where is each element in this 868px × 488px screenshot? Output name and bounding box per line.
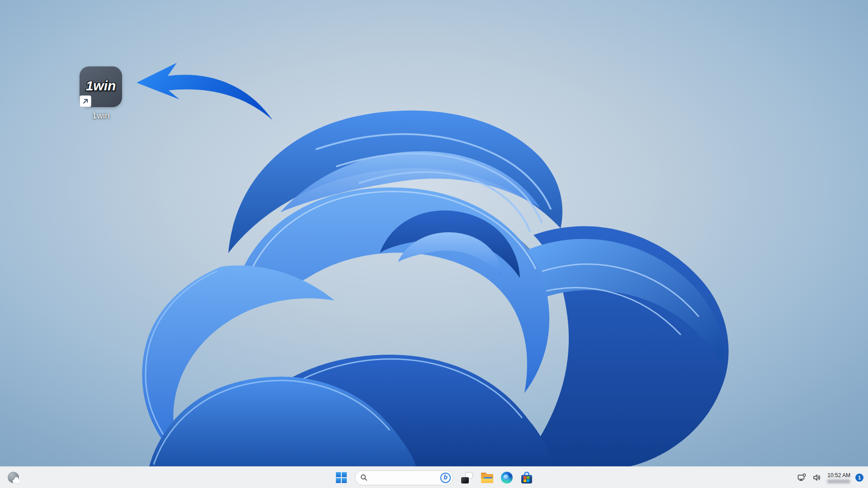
store-icon bbox=[521, 472, 532, 483]
task-view-button[interactable] bbox=[458, 469, 476, 487]
taskbar: b bbox=[0, 466, 868, 488]
volume-icon[interactable] bbox=[812, 471, 822, 484]
wallpaper-bloom bbox=[0, 0, 868, 466]
notification-badge[interactable]: 1 bbox=[855, 474, 863, 482]
bing-icon[interactable]: b bbox=[440, 473, 451, 483]
microsoft-store-button[interactable] bbox=[518, 469, 536, 487]
annotation-arrow-icon bbox=[133, 58, 278, 126]
folder-icon bbox=[481, 473, 493, 483]
search-icon bbox=[360, 474, 368, 481]
clock-time: 10:52 AM bbox=[827, 472, 850, 479]
edge-button[interactable] bbox=[498, 469, 516, 487]
desktop-shortcut-1win[interactable]: 1win 1win bbox=[80, 66, 122, 121]
task-view-icon bbox=[461, 472, 473, 483]
search-input[interactable]: b bbox=[355, 470, 453, 485]
desktop[interactable]: 1win 1win bbox=[0, 0, 868, 466]
widgets-button[interactable] bbox=[5, 469, 23, 487]
windows-logo-icon bbox=[336, 472, 347, 483]
start-button[interactable] bbox=[332, 469, 350, 487]
weather-cloud-icon bbox=[8, 472, 20, 484]
network-ethernet-icon[interactable] bbox=[797, 471, 807, 484]
shortcut-label: 1win bbox=[80, 111, 122, 121]
1win-logo: 1win bbox=[86, 78, 116, 94]
shortcut-tile[interactable]: 1win bbox=[80, 66, 122, 107]
clock[interactable]: 10:52 AM bbox=[827, 472, 850, 483]
shortcut-arrow-overlay-icon bbox=[80, 95, 91, 107]
file-explorer-button[interactable] bbox=[478, 469, 496, 487]
edge-icon bbox=[501, 472, 513, 483]
clock-date-blurred bbox=[827, 479, 850, 483]
